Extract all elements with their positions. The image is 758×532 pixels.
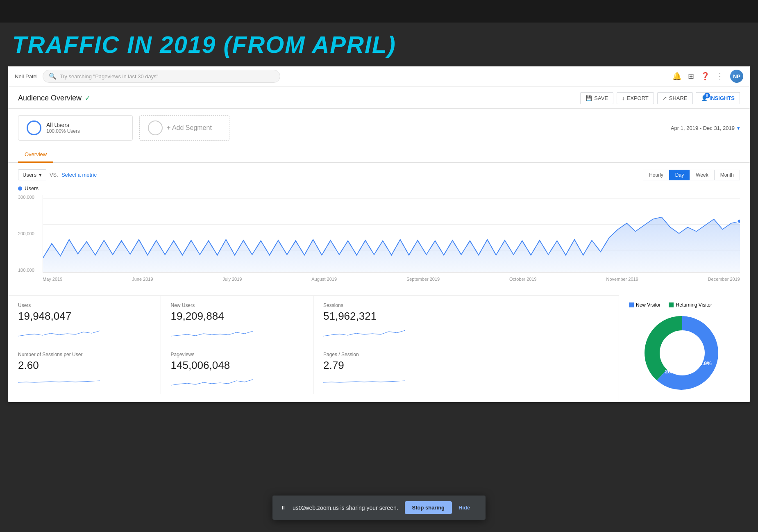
stat-new-users: New Users 19,209,884	[161, 296, 314, 345]
segment-pct: 100.00% Users	[46, 128, 80, 134]
svg-text:26.1%: 26.1%	[665, 368, 680, 375]
share-label: SHARE	[669, 95, 688, 101]
all-users-segment[interactable]: All Users 100.00% Users	[18, 115, 133, 141]
stat-pages-per-session: Pages / Session 2.79	[313, 345, 466, 394]
verified-icon: ✓	[85, 94, 90, 102]
time-btn-month[interactable]: Month	[714, 170, 740, 180]
x-label-sep: September 2019	[406, 277, 440, 282]
pie-legend: New Visitor Returning Visitor	[629, 302, 740, 308]
date-range-selector[interactable]: Apr 1, 2019 - Dec 31, 2019 ▾	[671, 125, 740, 131]
avatar[interactable]: NP	[730, 70, 743, 83]
add-segment-circle-icon	[148, 120, 163, 135]
segments-row: All Users 100.00% Users + Add Segment Ap…	[8, 109, 750, 147]
returning-visitor-color	[669, 302, 674, 307]
page-title-section: TRAFFIC IN 2019 (FROM APRIL)	[0, 23, 758, 66]
stat-users-label: Users	[18, 302, 151, 308]
select-metric-link[interactable]: Select a metric	[61, 172, 97, 178]
stat-sessions-per-user-sparkline	[18, 375, 151, 387]
ga-nav-icons: 🔔 ⊞ ❓ ⋮ NP	[672, 70, 743, 83]
y-axis-labels: 300,000 200,000 100,000	[18, 195, 43, 273]
metric-dropdown[interactable]: Users ▾	[18, 169, 46, 180]
help-icon[interactable]: ❓	[701, 72, 710, 81]
stat-new-users-label: New Users	[171, 302, 304, 308]
stat-pages-per-session-value: 2.79	[323, 359, 456, 372]
time-buttons: Hourly Day Week Month	[643, 170, 740, 180]
segment-info: All Users 100.00% Users	[46, 122, 80, 134]
time-btn-hourly[interactable]: Hourly	[643, 170, 669, 180]
returning-visitor-legend-item: Returning Visitor	[669, 302, 712, 308]
stat-sessions-label: Sessions	[323, 302, 456, 308]
stat-sessions-per-user-label: Number of Sessions per User	[18, 352, 151, 357]
x-axis-labels: May 2019 June 2019 July 2019 August 2019…	[43, 273, 740, 285]
returning-visitor-label: Returning Visitor	[676, 302, 712, 308]
export-label: EXPORT	[627, 95, 649, 101]
stat-empty	[466, 296, 619, 345]
insights-badge: 👤 0	[701, 95, 708, 101]
chart-section: Users ▾ VS. Select a metric Hourly Day W…	[8, 163, 750, 296]
hide-button[interactable]: Hide	[458, 505, 470, 511]
tabs-row: Overview	[8, 147, 750, 163]
export-button[interactable]: ↓ EXPORT	[617, 92, 654, 104]
metric-selector: Users ▾ VS. Select a metric	[18, 169, 97, 180]
pie-chart-svg: 73.9% 26.1%	[629, 312, 735, 394]
share-button[interactable]: ↗ SHARE	[657, 92, 693, 104]
stats-and-pie: Users 19,948,047 New Users 19,209,884	[8, 296, 750, 402]
stat-pageviews-value: 145,006,048	[171, 359, 304, 372]
tab-overview[interactable]: Overview	[18, 147, 53, 163]
stat-sessions-per-user-value: 2.60	[18, 359, 151, 372]
ga-container: Neil Patel 🔍 Try searching "Pageviews in…	[8, 66, 750, 402]
share-icon: ↗	[663, 95, 667, 101]
stat-new-users-sparkline	[171, 326, 304, 338]
stat-users-value: 19,948,047	[18, 310, 151, 323]
x-label-jul: July 2019	[222, 277, 242, 282]
chart-area: 300,000 200,000 100,000	[18, 195, 740, 285]
ga-nav: Neil Patel 🔍 Try searching "Pageviews in…	[8, 66, 750, 86]
stat-pageviews-sparkline	[171, 375, 304, 387]
y-label-300k: 300,000	[18, 195, 43, 200]
time-btn-day[interactable]: Day	[669, 170, 690, 180]
pie-chart-section: New Visitor Returning Visitor 73.9% 26.1…	[619, 296, 750, 402]
stat-sessions-value: 51,962,321	[323, 310, 456, 323]
insights-label: INSIGHTS	[710, 95, 735, 101]
more-vert-icon[interactable]: ⋮	[716, 72, 724, 81]
dropdown-arrow-icon: ▾	[39, 172, 42, 178]
stat-new-users-value: 19,209,884	[171, 310, 304, 323]
vs-label: VS.	[50, 172, 58, 178]
pause-symbol: ⏸	[281, 505, 286, 511]
y-label-100k: 100,000	[18, 268, 43, 273]
save-button[interactable]: 💾 SAVE	[580, 92, 613, 104]
time-btn-week[interactable]: Week	[690, 170, 714, 180]
ga-search-box[interactable]: 🔍 Try searching "Pageviews in last 30 da…	[43, 70, 280, 83]
stat-pageviews-label: Pageviews	[171, 352, 304, 357]
y-label-200k: 200,000	[18, 231, 43, 236]
insights-button[interactable]: 👤 0 INSIGHTS	[696, 92, 740, 104]
notification-text: us02web.zoom.us is sharing your screen.	[293, 505, 398, 511]
stat-pageviews: Pageviews 145,006,048	[161, 345, 314, 394]
chart-plot	[43, 195, 740, 273]
segment-circle-icon	[27, 120, 41, 135]
x-label-oct: October 2019	[509, 277, 537, 282]
svg-text:73.9%: 73.9%	[697, 360, 712, 366]
page-title: TRAFFIC IN 2019 (FROM APRIL)	[12, 31, 746, 58]
apps-icon[interactable]: ⊞	[688, 72, 694, 81]
add-segment-button[interactable]: + Add Segment	[139, 115, 229, 141]
stat-sessions: Sessions 51,962,321	[313, 296, 466, 345]
stats-grid: Users 19,948,047 New Users 19,209,884	[8, 296, 619, 394]
stat-users-sparkline	[18, 326, 151, 338]
notification-bar: ⏸ us02web.zoom.us is sharing your screen…	[272, 496, 486, 520]
metric-label: Users	[23, 172, 36, 178]
stat-empty-2	[466, 345, 619, 394]
stat-pages-per-session-sparkline	[323, 375, 456, 387]
chart-controls: Users ▾ VS. Select a metric Hourly Day W…	[18, 169, 740, 180]
svg-point-3	[737, 219, 740, 223]
date-range-text: Apr 1, 2019 - Dec 31, 2019	[671, 125, 735, 131]
ao-actions: 💾 SAVE ↓ EXPORT ↗ SHARE 👤 0 INSIGHTS	[580, 92, 740, 104]
chart-legend: Users	[18, 185, 740, 191]
ao-header: Audience Overview ✓ 💾 SAVE ↓ EXPORT ↗ SH…	[8, 86, 750, 109]
x-label-may: May 2019	[43, 277, 62, 282]
bell-icon[interactable]: 🔔	[672, 72, 681, 81]
x-label-nov: November 2019	[606, 277, 638, 282]
stop-sharing-button[interactable]: Stop sharing	[405, 501, 452, 514]
stat-users: Users 19,948,047	[8, 296, 161, 345]
add-segment-label: + Add Segment	[167, 124, 212, 132]
